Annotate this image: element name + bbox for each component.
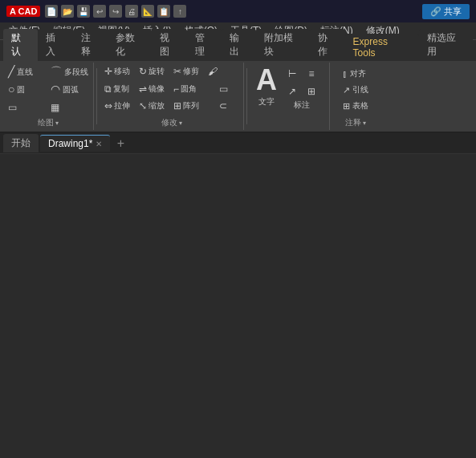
stretch-icon: ⇔: [104, 100, 112, 111]
table-icon: ⊞: [343, 101, 350, 111]
tool-offset[interactable]: ⊂: [206, 99, 240, 113]
fillet-icon: ⌐: [173, 83, 179, 95]
dim-tool-group: ⊢ ≡ ↗ ⊞ 标注: [283, 64, 320, 111]
tab-addons[interactable]: 附加模块: [256, 29, 310, 61]
modify-group-label: 修改 ▾: [161, 117, 182, 128]
redo-icon[interactable]: ↪: [109, 5, 122, 18]
rotate-icon: ↻: [139, 66, 147, 77]
print-icon[interactable]: 🖨: [125, 5, 138, 18]
tool-stretch[interactable]: ⇔ 拉伸: [103, 99, 136, 113]
line-label: 直线: [17, 67, 33, 78]
align-icon: ⫿: [343, 69, 348, 79]
align-group: ⫿ 对齐 ↗ 引线 ⊞ 表格 注释 注释 ▾: [332, 63, 380, 130]
tool-mirror[interactable]: ⇌ 镜像: [137, 82, 171, 96]
cad-logo: A CAD: [6, 6, 40, 17]
draw-dropdown-arrow[interactable]: ▾: [55, 120, 59, 127]
tab-add[interactable]: +: [112, 135, 129, 152]
tab-annotation[interactable]: 注释: [73, 29, 108, 61]
tool-extrude-icon[interactable]: ▭: [206, 82, 240, 96]
tool-align[interactable]: ≡: [303, 66, 320, 82]
title-icons: 📄 📂 💾 ↩ ↪ 🖨 📐 📋 ↑: [45, 5, 186, 18]
tab-start[interactable]: 开始: [3, 134, 39, 152]
tool-scale[interactable]: ⤡ 缩放: [137, 99, 171, 113]
tool-move[interactable]: ✛ 移动: [103, 64, 136, 79]
tool-table2[interactable]: ⊞ 表格: [341, 99, 370, 113]
polyline-icon: ⌒: [51, 66, 62, 77]
annotation-dropdown-arrow[interactable]: ▾: [363, 120, 366, 127]
tool-trim[interactable]: ✂ 修剪: [172, 64, 205, 79]
modify-dropdown-arrow[interactable]: ▾: [179, 120, 182, 127]
trim-icon: ✂: [173, 66, 181, 77]
tool-line[interactable]: ╱ 直线: [6, 64, 47, 79]
properties-icon[interactable]: 📋: [157, 5, 170, 18]
mirror-icon: ⇌: [139, 83, 147, 95]
tool-array[interactable]: ⊞ 阵列: [172, 99, 205, 113]
modify-group: ✛ 移动 ↻ 旋转 ✂ 修剪 🖌 ⧉ 复制: [100, 63, 244, 130]
measure-icon[interactable]: 📐: [141, 5, 154, 18]
scale-icon: ⤡: [139, 100, 147, 111]
ribbon-tabs: 默认 插入 注释 参数化 视图 管理 输出 附加模块 协作 Express To…: [0, 40, 476, 61]
ribbon: 默认 插入 注释 参数化 视图 管理 输出 附加模块 协作 Express To…: [0, 40, 476, 133]
array-icon: ⊞: [173, 100, 181, 111]
offset-icon: ⊂: [219, 100, 227, 111]
draw-tools: ╱ 直线 ⌒ 多段线 ○ 圆 ◠ 圆弧 ▭: [6, 64, 90, 116]
arc-icon: ◠: [51, 83, 60, 95]
tool-leader2[interactable]: ↗ 引线: [341, 83, 370, 97]
tab-output[interactable]: 输出: [222, 29, 256, 61]
copy-icon: ⧉: [104, 83, 112, 95]
text-tool-group: A 文字: [253, 64, 280, 107]
tab-view[interactable]: 视图: [152, 29, 186, 61]
annotation-group-label: 注释 注释 ▾: [345, 117, 366, 128]
tab-manage[interactable]: 管理: [187, 29, 222, 61]
hatch-icon: ▦: [51, 102, 59, 113]
tab-collab[interactable]: 协作: [310, 29, 344, 61]
tool-circle[interactable]: ○ 圆: [6, 82, 47, 97]
tab-default[interactable]: 默认: [3, 29, 38, 61]
tool-arc[interactable]: ◠ 圆弧: [49, 82, 90, 97]
tool-table[interactable]: ⊞: [303, 83, 320, 99]
tool-dim1[interactable]: ⊢: [283, 66, 301, 82]
tab-insert[interactable]: 插入: [38, 29, 72, 61]
title-bar: A CAD 📄 📂 💾 ↩ ↪ 🖨 📐 📋 ↑ 🔗 共享: [0, 0, 476, 22]
separator-2: [246, 68, 247, 124]
circle-label: 圆: [17, 84, 25, 95]
paint-icon: 🖌: [208, 66, 218, 77]
text-label: 文字: [258, 96, 275, 107]
leader-icon: ↗: [343, 85, 350, 95]
tool-rotate[interactable]: ↻ 旋转: [137, 64, 171, 79]
tab-parametric[interactable]: 参数化: [108, 29, 152, 61]
save-icon[interactable]: 💾: [77, 5, 90, 18]
upload-icon[interactable]: ↑: [173, 5, 186, 18]
text-icon: A: [256, 66, 277, 95]
separator-1: [96, 68, 97, 124]
share-button[interactable]: 🔗 共享: [422, 4, 470, 19]
annotation-group: A 文字 ⊢ ≡ ↗ ⊞ 标注: [250, 63, 330, 130]
tool-copy[interactable]: ⧉ 复制: [103, 82, 136, 96]
dim-label: 标注: [294, 99, 310, 111]
rect-icon: ▭: [8, 102, 17, 113]
circle-icon: ○: [8, 83, 14, 95]
tab-drawing1[interactable]: Drawing1* ✕: [40, 135, 110, 152]
move-icon: ✛: [104, 66, 112, 77]
tool-leader[interactable]: ↗: [283, 83, 301, 99]
tab-featured[interactable]: 精选应用: [419, 29, 473, 61]
tool-paint[interactable]: 🖌: [206, 64, 240, 79]
tab-express[interactable]: Express Tools: [345, 34, 420, 61]
tool-rect[interactable]: ▭: [6, 100, 47, 115]
tool-hatch[interactable]: ▦: [49, 100, 90, 115]
align-tools: ⫿ 对齐 ↗ 引线 ⊞ 表格: [341, 64, 370, 116]
draw-group-label: 绘图 ▾: [38, 117, 59, 128]
draw-group: ╱ 直线 ⌒ 多段线 ○ 圆 ◠ 圆弧 ▭: [3, 63, 94, 130]
new-icon[interactable]: 📄: [45, 5, 58, 18]
open-icon[interactable]: 📂: [61, 5, 74, 18]
tab-close-icon[interactable]: ✕: [96, 140, 102, 148]
arc-label: 圆弧: [63, 84, 79, 95]
extrude-icon: ▭: [219, 83, 228, 95]
tool-fillet[interactable]: ⌐ 圆角: [172, 82, 205, 96]
modify-tools: ✛ 移动 ↻ 旋转 ✂ 修剪 🖌 ⧉ 复制: [103, 64, 240, 116]
tool-text[interactable]: A: [253, 64, 280, 96]
undo-icon[interactable]: ↩: [93, 5, 106, 18]
dim-tools: ⊢ ≡ ↗ ⊞: [283, 66, 320, 99]
tool-polyline[interactable]: ⌒ 多段线: [49, 64, 90, 79]
tool-align-items[interactable]: ⫿ 对齐: [341, 67, 368, 81]
